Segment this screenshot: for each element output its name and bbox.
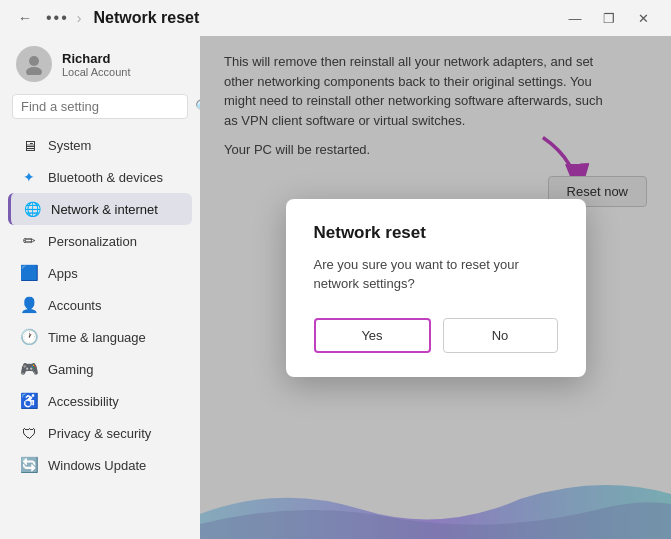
modal-overlay: Network reset Are you sure you want to r… <box>200 36 671 539</box>
accessibility-icon: ♿ <box>20 392 38 410</box>
sidebar-item-accessibility[interactable]: ♿ Accessibility <box>8 385 192 417</box>
minimize-button[interactable]: — <box>559 6 591 30</box>
system-icon: 🖥 <box>20 136 38 154</box>
back-button[interactable]: ← <box>12 8 38 28</box>
sidebar-item-label: Gaming <box>48 362 94 377</box>
sidebar-item-label: Bluetooth & devices <box>48 170 163 185</box>
sidebar-item-time[interactable]: 🕐 Time & language <box>8 321 192 353</box>
sidebar-item-bluetooth[interactable]: ✦ Bluetooth & devices <box>8 161 192 193</box>
user-type: Local Account <box>62 66 131 78</box>
svg-point-0 <box>29 56 39 66</box>
sidebar-item-label: Privacy & security <box>48 426 151 441</box>
sidebar-item-label: Personalization <box>48 234 137 249</box>
sidebar-item-label: Apps <box>48 266 78 281</box>
sidebar-item-label: Accounts <box>48 298 101 313</box>
window-controls: — ❐ ✕ <box>559 6 659 30</box>
sidebar-item-label: System <box>48 138 91 153</box>
network-icon: 🌐 <box>23 200 41 218</box>
sidebar-item-personalization[interactable]: ✏ Personalization <box>8 225 192 257</box>
network-reset-modal: Network reset Are you sure you want to r… <box>286 199 586 377</box>
sidebar-item-label: Windows Update <box>48 458 146 473</box>
sidebar-item-apps[interactable]: 🟦 Apps <box>8 257 192 289</box>
sidebar-item-label: Time & language <box>48 330 146 345</box>
modal-title: Network reset <box>314 223 558 243</box>
no-button[interactable]: No <box>443 318 558 353</box>
apps-icon: 🟦 <box>20 264 38 282</box>
sidebar: Richard Local Account 🔍 🖥 System ✦ Bluet… <box>0 36 200 539</box>
sidebar-item-gaming[interactable]: 🎮 Gaming <box>8 353 192 385</box>
accounts-icon: 👤 <box>20 296 38 314</box>
breadcrumb-separator: › <box>77 10 82 26</box>
search-box[interactable]: 🔍 <box>12 94 188 119</box>
sidebar-item-privacy[interactable]: 🛡 Privacy & security <box>8 417 192 449</box>
sidebar-item-accounts[interactable]: 👤 Accounts <box>8 289 192 321</box>
title-bar: ← ••• › Network reset — ❐ ✕ <box>0 0 671 36</box>
bluetooth-icon: ✦ <box>20 168 38 186</box>
update-icon: 🔄 <box>20 456 38 474</box>
settings-window: ← ••• › Network reset — ❐ ✕ Richard <box>0 0 671 539</box>
personalization-icon: ✏ <box>20 232 38 250</box>
content-area: Richard Local Account 🔍 🖥 System ✦ Bluet… <box>0 36 671 539</box>
page-title: Network reset <box>93 9 199 27</box>
sidebar-item-update[interactable]: 🔄 Windows Update <box>8 449 192 481</box>
modal-buttons: Yes No <box>314 318 558 353</box>
sidebar-item-label: Accessibility <box>48 394 119 409</box>
svg-point-1 <box>26 67 42 75</box>
main-content: This will remove then reinstall all your… <box>200 36 671 539</box>
maximize-button[interactable]: ❐ <box>593 6 625 30</box>
privacy-icon: 🛡 <box>20 424 38 442</box>
user-section: Richard Local Account <box>8 36 192 94</box>
time-icon: 🕐 <box>20 328 38 346</box>
gaming-icon: 🎮 <box>20 360 38 378</box>
close-button[interactable]: ✕ <box>627 6 659 30</box>
sidebar-item-network[interactable]: 🌐 Network & internet <box>8 193 192 225</box>
yes-button[interactable]: Yes <box>314 318 431 353</box>
search-input[interactable] <box>21 99 189 114</box>
user-name: Richard <box>62 51 131 66</box>
title-bar-left: ← ••• › Network reset <box>12 8 199 28</box>
avatar <box>16 46 52 82</box>
user-info: Richard Local Account <box>62 51 131 78</box>
more-options-icon[interactable]: ••• <box>46 9 69 27</box>
sidebar-item-system[interactable]: 🖥 System <box>8 129 192 161</box>
modal-message: Are you sure you want to reset your netw… <box>314 255 558 294</box>
sidebar-item-label: Network & internet <box>51 202 158 217</box>
